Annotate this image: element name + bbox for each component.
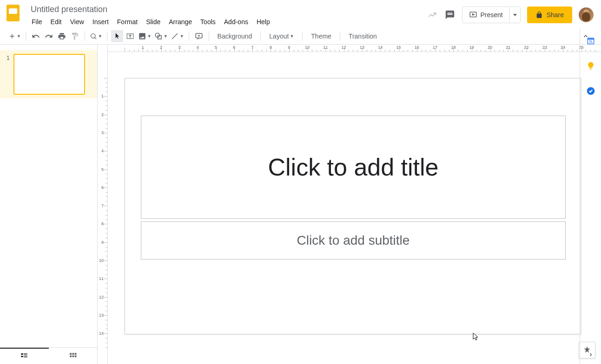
comments-icon[interactable] <box>444 9 456 20</box>
horizontal-ruler: 1234567891011121314151617181920212223242… <box>108 45 601 52</box>
new-slide-button[interactable]: ▼ <box>7 30 22 42</box>
menu-insert[interactable]: Insert <box>89 16 112 27</box>
main-area: 1 1234567891011121314 123456789101112131… <box>0 45 601 364</box>
canvas-area: 1234567891011121314 12345678910111213141… <box>98 45 601 364</box>
print-button[interactable] <box>56 30 68 42</box>
svg-text:31: 31 <box>589 40 593 43</box>
subtitle-placeholder-text: Click to add subtitle <box>297 233 410 248</box>
menu-edit[interactable]: Edit <box>47 16 66 27</box>
user-avatar[interactable] <box>579 7 594 22</box>
toolbar: ▼ ▼ ▼ ▼ ▼ Background Layout▼ Them <box>0 28 601 45</box>
svg-rect-11 <box>24 353 28 354</box>
filmstrip: 1 <box>0 45 98 364</box>
subtitle-placeholder-box[interactable]: Click to add subtitle <box>141 221 566 260</box>
calendar-icon[interactable]: 31 <box>586 36 595 46</box>
svg-rect-15 <box>24 357 28 358</box>
app-logo[interactable] <box>4 4 22 22</box>
side-panel-toggle[interactable] <box>588 352 594 358</box>
menu-view[interactable]: View <box>66 16 88 27</box>
zoom-button[interactable]: ▼ <box>89 30 103 42</box>
svg-rect-17 <box>72 353 74 355</box>
svg-line-8 <box>172 33 178 39</box>
layout-button[interactable]: Layout▼ <box>264 30 298 42</box>
undo-button[interactable] <box>30 30 42 42</box>
theme-button[interactable]: Theme <box>306 30 336 42</box>
svg-rect-12 <box>24 354 28 355</box>
svg-point-3 <box>91 33 95 38</box>
comment-tool[interactable] <box>193 30 205 42</box>
document-title[interactable]: Untitled presentation <box>28 4 110 15</box>
svg-rect-14 <box>24 356 28 356</box>
svg-rect-21 <box>75 355 77 357</box>
paint-format-button[interactable] <box>69 30 81 42</box>
redo-button[interactable] <box>43 30 55 42</box>
menu-arrange[interactable]: Arrange <box>165 16 196 27</box>
grid-view-button[interactable] <box>49 348 98 364</box>
image-tool[interactable]: ▼ <box>137 30 152 42</box>
transition-button[interactable]: Transition <box>344 30 382 42</box>
menu-file[interactable]: File <box>28 16 46 27</box>
menu-tools[interactable]: Tools <box>197 16 219 27</box>
svg-rect-18 <box>75 353 77 355</box>
keep-icon[interactable] <box>586 61 595 71</box>
title-placeholder-text: Click to add title <box>268 153 438 181</box>
side-panel: 31 <box>580 28 601 364</box>
header: Untitled presentation File Edit View Ins… <box>0 0 601 28</box>
activity-icon[interactable] <box>427 9 438 20</box>
svg-line-4 <box>95 37 96 39</box>
present-dropdown[interactable] <box>509 7 520 23</box>
slide-thumb-preview <box>13 54 85 95</box>
menu-slide[interactable]: Slide <box>142 16 164 27</box>
background-button[interactable]: Background <box>213 30 257 42</box>
line-tool[interactable]: ▼ <box>170 30 185 42</box>
filmstrip-view-button[interactable] <box>0 348 49 364</box>
menu-bar: File Edit View Insert Format Slide Arran… <box>28 16 427 27</box>
slide-thumbnail-1[interactable]: 1 <box>0 50 97 98</box>
shape-tool[interactable]: ▼ <box>153 30 169 42</box>
select-tool[interactable] <box>111 30 123 42</box>
filmstrip-footer <box>0 347 97 364</box>
svg-rect-16 <box>70 353 72 355</box>
menu-help[interactable]: Help <box>253 16 274 27</box>
svg-rect-13 <box>21 356 24 357</box>
slide-canvas[interactable]: Click to add title Click to add subtitle <box>125 78 581 334</box>
textbox-tool[interactable] <box>124 30 136 42</box>
slide-number: 1 <box>7 55 10 61</box>
vertical-ruler: 1234567891011121314 <box>98 45 108 364</box>
present-button[interactable]: Present <box>462 6 520 23</box>
title-placeholder-box[interactable]: Click to add title <box>141 116 566 219</box>
svg-rect-20 <box>72 355 74 357</box>
svg-rect-19 <box>70 355 72 357</box>
tasks-icon[interactable] <box>586 86 595 96</box>
menu-addons[interactable]: Add-ons <box>220 16 252 27</box>
menu-format[interactable]: Format <box>113 16 141 27</box>
svg-rect-10 <box>21 353 24 355</box>
svg-marker-2 <box>513 14 517 16</box>
present-label: Present <box>480 11 502 19</box>
share-label: Share <box>547 11 564 19</box>
svg-marker-1 <box>473 14 475 15</box>
share-button[interactable]: Share <box>527 6 572 23</box>
